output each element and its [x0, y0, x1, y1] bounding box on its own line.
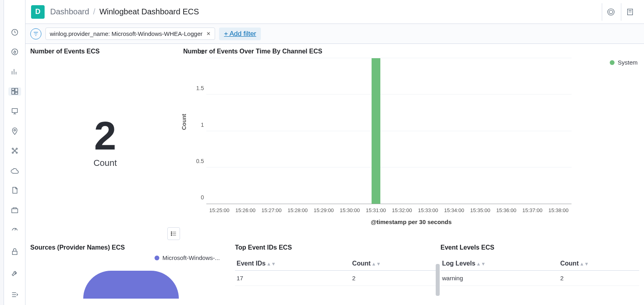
nav-infra-icon[interactable]	[8, 166, 21, 175]
filter-pill-text: winlog.provider_name: Microsoft-Windows-…	[50, 30, 202, 37]
nav-recent-icon[interactable]	[8, 28, 21, 37]
nav-security-icon[interactable]	[8, 245, 21, 258]
space-badge[interactable]: D	[31, 5, 45, 19]
nav-visualize-icon[interactable]	[8, 67, 21, 76]
panel-events-over-time: Number of Events Over Time By Channel EC…	[182, 48, 641, 239]
header-newsfeed-icon[interactable]	[621, 3, 638, 21]
chart-bar[interactable]	[372, 58, 380, 204]
x-tick: 15:29:00	[313, 207, 334, 213]
svg-rect-17	[12, 251, 17, 254]
svg-point-13	[12, 152, 13, 153]
x-tick: 15:36:00	[496, 207, 517, 213]
panel-title: Number of Events Over Time By Channel EC…	[183, 48, 639, 55]
x-tick: 15:33:00	[418, 207, 438, 213]
svg-rect-8	[15, 92, 18, 94]
legend-label: Microsoft-Windows-...	[162, 254, 220, 261]
svg-point-15	[14, 150, 15, 151]
cell-count: 2	[559, 271, 639, 286]
sort-icon: ▲▼	[579, 261, 589, 267]
table-row[interactable]: warning2	[440, 271, 639, 286]
breadcrumb-separator: /	[93, 7, 96, 16]
panel-title: Number of Events ECS	[30, 48, 180, 55]
x-tick: 15:34:00	[444, 207, 464, 213]
cell-log-level: warning	[440, 271, 559, 286]
svg-point-21	[171, 232, 172, 233]
legend-swatch-icon	[155, 256, 159, 260]
breadcrumb-current: Winlogbeat Dashboard ECS	[99, 7, 199, 16]
filter-menu-icon[interactable]	[30, 28, 41, 39]
y-tick: 1	[190, 122, 204, 128]
sources-legend[interactable]: Microsoft-Windows-...	[30, 254, 232, 261]
panel-title: Top Event IDs ECS	[235, 244, 437, 251]
y-tick: 0	[190, 194, 204, 201]
cell-count: 2	[350, 271, 437, 286]
svg-point-22	[171, 233, 172, 234]
metric-label: Count	[94, 158, 117, 168]
pie-chart[interactable]	[83, 271, 179, 299]
col-count[interactable]: Count▲▼	[559, 257, 639, 271]
toggle-legend-icon[interactable]	[167, 227, 180, 240]
breadcrumb-root[interactable]: Dashboard	[50, 7, 89, 16]
app-sidebar	[4, 0, 25, 305]
panel-event-levels: Event Levels ECS Log Levels▲▼ Count▲▼ wa…	[439, 244, 641, 299]
panel-number-of-events: Number of Events ECS 2 Count	[29, 48, 182, 239]
sort-icon: ▲▼	[372, 261, 381, 267]
svg-point-12	[16, 148, 17, 149]
y-tick: 1.5	[190, 85, 204, 91]
svg-rect-7	[12, 91, 14, 94]
bar-chart[interactable]: Count 00.511.52 15:25:0015:26:0015:27:00…	[183, 58, 639, 218]
breadcrumb: Dashboard / Winlogbeat Dashboard ECS	[50, 7, 199, 16]
event-levels-table: Log Levels▲▼ Count▲▼ warning2	[440, 257, 639, 286]
sort-icon: ▲▼	[476, 261, 486, 267]
filter-pill[interactable]: winlog.provider_name: Microsoft-Windows-…	[45, 28, 215, 40]
nav-discover-icon[interactable]	[8, 48, 21, 57]
nav-logs-icon[interactable]	[8, 186, 21, 195]
add-filter-button[interactable]: + Add filter	[219, 28, 261, 40]
header-help-icon[interactable]	[602, 3, 619, 21]
col-event-ids[interactable]: Event IDs▲▼	[235, 257, 350, 271]
table-row[interactable]: 172	[235, 271, 437, 286]
panel-title: Event Levels ECS	[440, 244, 639, 251]
dashboard-body: Number of Events ECS 2 Count Number of E…	[25, 44, 644, 305]
metric-value: 2	[94, 116, 116, 155]
x-axis-label: @timestamp per 30 seconds	[183, 218, 639, 225]
svg-point-10	[14, 129, 15, 131]
y-axis-label: Count	[181, 114, 187, 130]
svg-point-19	[609, 10, 613, 14]
x-tick: 15:35:00	[470, 207, 490, 213]
panel-sources: Sources (Provider Names) ECS Microsoft-W…	[29, 244, 233, 299]
filter-pill-remove-icon[interactable]: ✕	[206, 31, 211, 37]
nav-ml-icon[interactable]	[8, 146, 21, 155]
nav-apm-icon[interactable]	[8, 206, 21, 214]
y-tick: 0.5	[190, 158, 204, 164]
col-log-levels[interactable]: Log Levels▲▼	[440, 257, 559, 271]
x-tick: 15:37:00	[522, 207, 542, 213]
nav-collapse-icon[interactable]	[8, 288, 21, 301]
svg-rect-9	[12, 108, 17, 112]
nav-uptime-icon[interactable]	[8, 225, 21, 234]
x-tick: 15:28:00	[288, 207, 308, 213]
svg-point-4	[12, 49, 18, 55]
svg-rect-16	[12, 209, 18, 213]
col-count[interactable]: Count▲▼	[350, 257, 437, 271]
nav-maps-icon[interactable]	[8, 127, 21, 136]
x-tick: 15:25:00	[209, 207, 229, 213]
x-tick: 15:38:00	[548, 207, 569, 213]
x-tick: 15:32:00	[392, 207, 412, 213]
cell-event-id: 17	[235, 271, 350, 286]
nav-canvas-icon[interactable]	[8, 107, 21, 116]
svg-rect-5	[12, 89, 14, 91]
x-tick: 15:31:00	[366, 207, 386, 213]
window-edge-strip	[0, 0, 4, 305]
svg-point-11	[12, 148, 13, 149]
svg-point-18	[607, 8, 614, 15]
svg-point-14	[16, 152, 17, 153]
x-tick: 15:27:00	[261, 207, 282, 213]
nav-dev-tools-icon[interactable]	[8, 267, 21, 279]
nav-dashboard-icon[interactable]	[8, 87, 21, 96]
panel-top-event-ids: Top Event IDs ECS Event IDs▲▼ Count▲▼ 17…	[233, 244, 439, 299]
event-ids-table: Event IDs▲▼ Count▲▼ 172	[235, 257, 437, 286]
filter-bar: winlog.provider_name: Microsoft-Windows-…	[25, 24, 644, 44]
x-tick: 15:26:00	[235, 207, 256, 213]
svg-rect-6	[15, 89, 18, 92]
